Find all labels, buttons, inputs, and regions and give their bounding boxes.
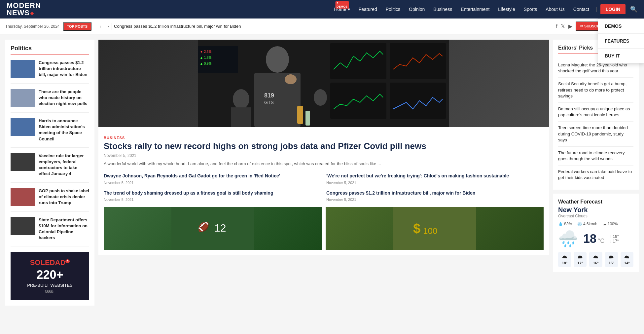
weather-wind: 💨 4.6km/h (577, 222, 597, 226)
weather-forecast-row: 🌧 18° 🌧 17° 🌧 16° 🌧 15° 🌧 14° (558, 252, 633, 267)
ticker-bar: Thursday, September 26, 2024 TOP POSTS ‹… (0, 19, 644, 34)
nav-home-wrap: 3 DEMOS Home ▾ (331, 4, 353, 15)
weather-stats: 💧 83% 💨 4.6km/h ☁ 100% (558, 222, 633, 226)
sub-thumb-money[interactable]: $ 100 (326, 207, 544, 250)
sub-article-2-date: November 5, 2021 (104, 198, 321, 202)
ticker-next[interactable]: › (105, 23, 112, 30)
demos-dropdown: DEMOS FEATURES BUY IT (598, 19, 644, 63)
nav-item-sports[interactable]: Sports (520, 4, 540, 15)
pick-item-5[interactable]: Federal workers can take paid leave to g… (558, 166, 633, 184)
search-icon[interactable]: 🔍 (630, 6, 637, 13)
wind-value: 4.6km/h (583, 222, 597, 226)
nav-item-entertainment[interactable]: Entertainment (457, 4, 493, 15)
logo-dot: ⬥ (30, 9, 34, 17)
article-date: November 5, 2021 (104, 153, 544, 158)
demos-dropdown-features[interactable]: FEATURES (598, 34, 644, 49)
weather-day-1-temp: 17° (576, 261, 585, 265)
facebook-icon[interactable]: f (556, 23, 557, 29)
pick-item-1[interactable]: Social Security benefits get a bump, ret… (558, 78, 633, 103)
ad-logo-text: SOLEDAD (30, 258, 66, 267)
weather-unit: °C (598, 238, 604, 244)
sub-article-0-title[interactable]: Dwayne Johnson, Ryan Reynolds and Gal Ga… (104, 173, 321, 179)
sub-article-3-title[interactable]: Congress passes $1.2 trillion infrastruc… (326, 190, 544, 197)
svg-rect-15 (305, 111, 310, 126)
ad-label: PRE-BUILT WEBSITES (17, 283, 83, 288)
svg-text:▲ 1.8%: ▲ 1.8% (200, 56, 212, 59)
sub-article-1-title[interactable]: 'We're not perfect but we're freaking tr… (326, 173, 544, 179)
pick-item-4[interactable]: The future road to climate recovery goes… (558, 147, 633, 166)
weather-day-3: 🌧 15° (605, 252, 618, 267)
sidebar-article-1-text[interactable]: These are the people who made history on… (39, 89, 89, 107)
nav-item-business[interactable]: Business (430, 4, 455, 15)
site-logo[interactable]: MODERNNEWS⬥ (7, 2, 41, 17)
nav-item-lifestyle[interactable]: Lifestyle (495, 4, 518, 15)
sub-articles-row1: Dwayne Johnson, Ryan Reynolds and Gal Ga… (104, 173, 544, 185)
weather-day-4-icon: 🌧 (623, 254, 631, 261)
weather-temp-block: 18 °C (583, 232, 604, 246)
sub-articles-row2: The trend of body shaming dressed up as … (104, 190, 544, 202)
svg-text:▼ 2.3%: ▼ 2.3% (200, 50, 212, 54)
article-title[interactable]: Stocks rally to new record highs on stro… (104, 141, 544, 151)
weather-main: 🌧️ 18 °C ↑ 19° ↓ 17° (558, 230, 633, 248)
sidebar-article-0: Congress passes $1.2 trillion infrastruc… (11, 60, 89, 84)
pick-item-4-text: The future road to climate recovery goes… (558, 150, 625, 161)
svg-point-6 (266, 46, 289, 73)
weather-day-1: 🌧 17° (574, 252, 587, 267)
svg-rect-2 (330, 43, 386, 79)
sub-article-1-date: November 5, 2021 (326, 181, 544, 185)
ticker-prev[interactable]: ‹ (97, 23, 104, 30)
ad-sub-number: 6886+ (17, 290, 83, 294)
logo-line2: NEWS (7, 9, 30, 17)
ad-big-number: 220+ (17, 269, 83, 281)
demos-dropdown-demos[interactable]: DEMOS (598, 19, 644, 34)
ticker-headline: Congress passes $1.2 trillion infrastruc… (114, 24, 556, 29)
weather-humidity: 💧 83% (558, 222, 572, 226)
sidebar-article-5: State Department offers $10M for informa… (11, 217, 89, 247)
sidebar-article-1: These are the people who made history on… (11, 89, 89, 113)
sub-thumb-sports[interactable]: 🏈 12 (104, 207, 322, 250)
sidebar-article-2-text[interactable]: Harris to announce Biden administration'… (39, 118, 89, 142)
sidebar-ad[interactable]: SOLEDAD8 220+ PRE-BUILT WEBSITES 6886+ (11, 252, 89, 300)
sub-article-1: 'We're not perfect but we're freaking tr… (326, 173, 544, 185)
login-button[interactable]: LOGIN (600, 4, 626, 14)
pick-item-3-text: Teen screen time more than doubled durin… (558, 125, 628, 142)
sidebar-thumb-3 (11, 153, 35, 171)
twitter-icon[interactable]: 𝕏 (561, 23, 565, 29)
logo-name: MODERNNEWS⬥ (7, 2, 41, 17)
pick-item-3[interactable]: Teen screen time more than doubled durin… (558, 122, 633, 147)
nav-item-about[interactable]: About Us (542, 4, 568, 15)
sidebar-right: Editors' Picks Leona Maguire: the 26-yea… (553, 40, 639, 306)
pick-item-1-text: Social Security benefits get a bump, ret… (558, 81, 626, 98)
ticker-arrows: ‹ › (97, 23, 112, 30)
top-posts-button[interactable]: TOP POSTS (63, 22, 92, 31)
weather-day-4: 🌧 14° (621, 252, 633, 267)
sidebar-article-5-text[interactable]: State Department offers $10M for informa… (39, 217, 89, 241)
svg-text:GTS: GTS (264, 100, 274, 105)
svg-point-13 (314, 89, 327, 106)
weather-day-2: 🌧 16° (589, 252, 602, 267)
nav-item-featured[interactable]: Featured (355, 4, 380, 15)
weather-city: New York (558, 206, 633, 214)
nav-item-politics[interactable]: Politics (382, 4, 404, 15)
sidebar-article-3-text[interactable]: Vaccine rule for larger employers, feder… (39, 153, 89, 177)
demos-dropdown-buy[interactable]: BUY IT (598, 49, 644, 63)
center-main: 819 GTS ▼ 2.3% ▲ 1.8% ▲ 0.9% BUSINESS S (98, 40, 549, 306)
sub-article-0: Dwayne Johnson, Ryan Reynolds and Gal Ga… (104, 173, 321, 185)
weather-day-2-temp: 16° (591, 261, 600, 265)
youtube-icon[interactable]: ▶ (568, 23, 572, 29)
nav-item-opinion[interactable]: Opinion (406, 4, 428, 15)
svg-point-10 (285, 74, 297, 84)
ad-logo: SOLEDAD8 (17, 258, 83, 267)
sidebar-article-4-text[interactable]: GOP push to shake label of climate crisi… (39, 188, 89, 206)
svg-rect-4 (330, 83, 386, 119)
weather-day-0: 🌧 18° (558, 252, 571, 267)
sidebar-article-0-text[interactable]: Congress passes $1.2 trillion infrastruc… (39, 60, 89, 78)
sidebar-thumb-0 (11, 60, 35, 78)
nav-item-contact[interactable]: Contact (570, 4, 592, 15)
svg-rect-12 (231, 107, 251, 127)
sidebar-politics-title: Politics (11, 45, 89, 55)
sub-article-2-title[interactable]: The trend of body shaming dressed up as … (104, 190, 321, 197)
article-excerpt: A wonderful world with with my whole hea… (104, 161, 544, 167)
pick-item-2[interactable]: Batman still occupy a unique place as po… (558, 103, 633, 122)
weather-high: ↑ 19° (610, 234, 619, 239)
